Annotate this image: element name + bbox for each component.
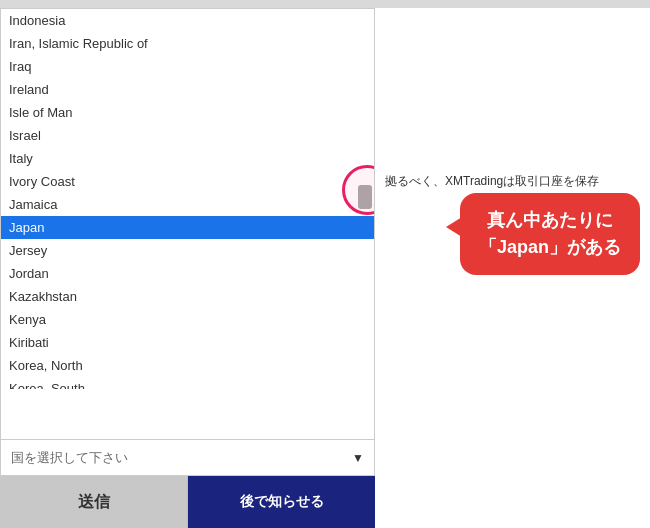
right-panel: 拠るべく、XMTradingは取引口座を保存 真ん中あたりに 「Japan」があ…: [375, 8, 650, 528]
list-item[interactable]: Jamaica: [1, 193, 374, 216]
list-item[interactable]: Iraq: [1, 55, 374, 78]
list-item[interactable]: Japan: [1, 216, 374, 239]
list-item[interactable]: Israel: [1, 124, 374, 147]
list-item[interactable]: Ireland: [1, 78, 374, 101]
annotation-line1: 真ん中あたりに: [487, 210, 613, 230]
list-item[interactable]: Kiribati: [1, 331, 374, 354]
submit-button[interactable]: 送信: [0, 476, 188, 528]
list-item[interactable]: Isle of Man: [1, 101, 374, 124]
list-item[interactable]: Jordan: [1, 262, 374, 285]
annotation-line2: 「Japan」がある: [479, 237, 621, 257]
list-item[interactable]: Korea, South: [1, 377, 374, 389]
list-item[interactable]: Kazakhstan: [1, 285, 374, 308]
country-select[interactable]: 国を選択して下さい ▼: [0, 440, 375, 476]
left-panel: IndonesiaIran, Islamic Republic ofIraqIr…: [0, 8, 375, 528]
select-placeholder: 国を選択して下さい: [11, 449, 128, 467]
list-item[interactable]: Jersey: [1, 239, 374, 262]
main-area: IndonesiaIran, Islamic Republic ofIraqIr…: [0, 8, 650, 528]
later-button[interactable]: 後で知らせる: [188, 476, 375, 528]
select-arrow-icon: ▼: [352, 451, 364, 465]
list-item[interactable]: Indonesia: [1, 9, 374, 32]
list-item[interactable]: Korea, North: [1, 354, 374, 377]
browser-bar: [0, 0, 650, 8]
annotation-bubble: 真ん中あたりに 「Japan」がある: [460, 193, 640, 275]
list-item[interactable]: Iran, Islamic Republic of: [1, 32, 374, 55]
list-item[interactable]: Kenya: [1, 308, 374, 331]
right-panel-text: 拠るべく、XMTradingは取引口座を保存: [385, 173, 599, 190]
country-list[interactable]: IndonesiaIran, Islamic Republic ofIraqIr…: [1, 9, 374, 389]
dropdown-list[interactable]: IndonesiaIran, Islamic Republic ofIraqIr…: [0, 8, 375, 440]
list-item[interactable]: Ivory Coast: [1, 170, 374, 193]
list-item[interactable]: Italy: [1, 147, 374, 170]
bottom-buttons: 送信 後で知らせる: [0, 476, 375, 528]
